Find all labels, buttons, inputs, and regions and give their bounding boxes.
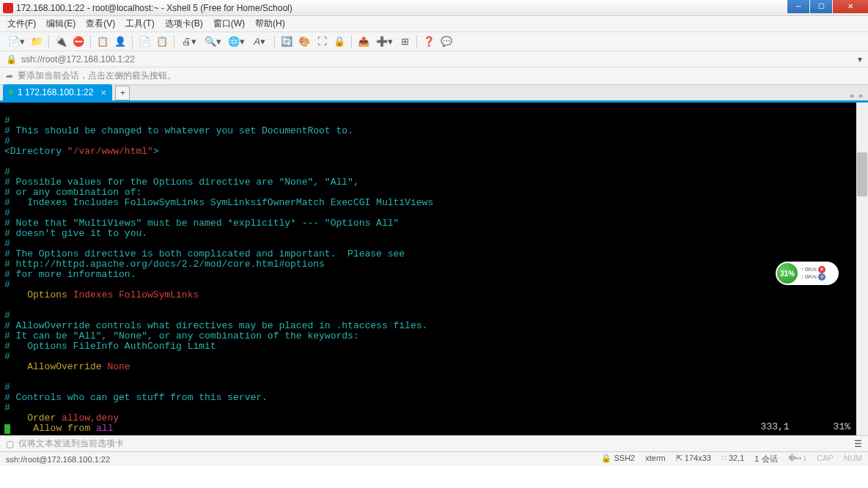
menu-help[interactable]: 帮助(H) (255, 18, 285, 30)
transfer-button[interactable]: 📤 (356, 34, 371, 49)
window-controls: ─ ☐ ✕ (787, 0, 868, 13)
scrollbar-thumb[interactable] (857, 152, 867, 196)
addressbar: 🔒 ssh://root@172.168.100.1:22 ▾ (0, 51, 868, 67)
new-session-button[interactable]: 📄▾ (6, 34, 26, 49)
vim-percent: 31% (834, 422, 850, 432)
separator (274, 35, 275, 48)
lock-button[interactable]: 🔒 (332, 34, 347, 49)
tab-label: 1 172.168.100.1:22 (18, 87, 93, 97)
titlebar: 172.168.100.1:22 - root@localhost:~ - Xs… (0, 0, 868, 16)
terminal-scrollbar[interactable] (856, 103, 868, 435)
layout-button[interactable]: ⊞ (397, 34, 412, 49)
address-dropdown[interactable]: ▾ (858, 54, 862, 64)
tab-prev-icon[interactable]: ◂ (849, 90, 853, 100)
tabbar: 1 172.168.100.1:22 ✕ + ◂ ▸ (0, 85, 868, 103)
status-right: 🔒 SSH2 xterm ⇱ 174x33 ∷ 32,1 1 会话 �•• ⁞ … (601, 454, 862, 465)
vim-position: 333,1 (761, 422, 790, 432)
status-cap: CAP (817, 454, 834, 465)
separator (48, 35, 49, 48)
copy-button[interactable]: 📄 (137, 34, 152, 49)
status-term: xterm (645, 454, 666, 465)
window-title: 172.168.100.1:22 - root@localhost:~ - Xs… (16, 3, 293, 13)
tab-close-icon[interactable]: ✕ (100, 89, 106, 97)
reconnect-button[interactable]: 🔌 (54, 34, 68, 49)
script-button[interactable]: ➕▾ (374, 34, 394, 49)
inputbar: ▢ 仅将文本发送到当前选项卡 ☰ (0, 435, 868, 451)
maximize-button[interactable]: ☐ (810, 0, 832, 13)
paste-button[interactable]: 📋 (155, 34, 169, 49)
color-button[interactable]: 🎨 (297, 34, 312, 49)
profile-button[interactable]: 👤 (113, 34, 128, 49)
properties-button[interactable]: 📋 (95, 34, 110, 49)
refresh-button[interactable]: 🔄 (279, 34, 294, 49)
encoding-button[interactable]: 🌐▾ (226, 34, 246, 49)
terminal[interactable]: ## This should be changed to whatever yo… (0, 103, 868, 435)
separator (416, 35, 417, 48)
status-cursor: ∷ 32,1 (721, 454, 744, 465)
add-tab-button[interactable]: + (115, 86, 130, 100)
separator (132, 35, 133, 48)
menu-window[interactable]: 窗口(W) (213, 18, 245, 30)
chat-button[interactable]: 💬 (439, 34, 454, 49)
terminal-vim-status: 333,1 31% (761, 422, 850, 432)
separator (90, 35, 91, 48)
find-button[interactable]: 🔍▾ (202, 34, 223, 49)
minimize-button[interactable]: ─ (787, 0, 809, 13)
font-button[interactable]: A▾ (249, 34, 270, 49)
tipbar: ➦ 要添加当前会话，点击左侧的箭头按钮。 (0, 67, 868, 85)
input-icon: ▢ (6, 439, 14, 449)
tab-next-icon[interactable]: ▸ (859, 90, 864, 100)
add-session-icon[interactable]: ➦ (6, 71, 13, 81)
session-tab[interactable]: 1 172.168.100.1:22 ✕ (3, 84, 112, 100)
network-stats: ↑ 0K/s ✕ ↓ 0K/s ⚡ (798, 266, 837, 281)
separator (174, 35, 174, 48)
connection-status-icon (9, 90, 13, 95)
menubar: 文件(F) 编辑(E) 查看(V) 工具(T) 选项卡(B) 窗口(W) 帮助(… (0, 16, 868, 32)
open-button[interactable]: 📁 (29, 34, 44, 49)
statusbar: ssh://root@172.168.100.1:22 🔒 SSH2 xterm… (0, 451, 868, 466)
status-sessions: 1 会话 (754, 454, 777, 465)
close-button[interactable]: ✕ (833, 0, 868, 13)
print-button[interactable]: 🖨▾ (179, 34, 199, 49)
lock-icon: 🔒 (6, 54, 17, 64)
menu-view[interactable]: 查看(V) (86, 18, 115, 30)
network-percent: 31% (777, 263, 798, 284)
menu-tools[interactable]: 工具(T) (125, 18, 154, 30)
network-widget[interactable]: 31% ↑ 0K/s ✕ ↓ 0K/s ⚡ (776, 262, 839, 285)
status-size: ⇱ 174x33 (676, 454, 711, 465)
menu-tab[interactable]: 选项卡(B) (165, 18, 203, 30)
status-ssh: 🔒 SSH2 (601, 454, 635, 465)
tip-text: 要添加当前会话，点击左侧的箭头按钮。 (18, 70, 176, 82)
tab-nav: ◂ ▸ (849, 90, 864, 100)
toolbar: 📄▾ 📁 🔌 ⛔ 📋 👤 📄 📋 🖨▾ 🔍▾ 🌐▾ A▾ 🔄 🎨 ⛶ 🔒 📤 ➕… (0, 32, 868, 51)
input-placeholder[interactable]: 仅将文本发送到当前选项卡 (18, 437, 124, 450)
fullscreen-button[interactable]: ⛶ (315, 34, 329, 49)
separator (351, 35, 352, 48)
status-arrows[interactable]: �•• ⁞ (788, 454, 807, 465)
app-icon (3, 3, 13, 13)
help-button[interactable]: ❓ (422, 34, 436, 49)
disconnect-button[interactable]: ⛔ (71, 34, 86, 49)
menu-edit[interactable]: 编辑(E) (46, 18, 76, 30)
status-num: NUM (844, 454, 862, 465)
menu-file[interactable]: 文件(F) (7, 18, 36, 30)
address-text[interactable]: ssh://root@172.168.100.1:22 (21, 54, 135, 64)
input-menu-icon[interactable]: ☰ (854, 439, 862, 449)
status-connection: ssh://root@172.168.100.1:22 (6, 455, 110, 464)
